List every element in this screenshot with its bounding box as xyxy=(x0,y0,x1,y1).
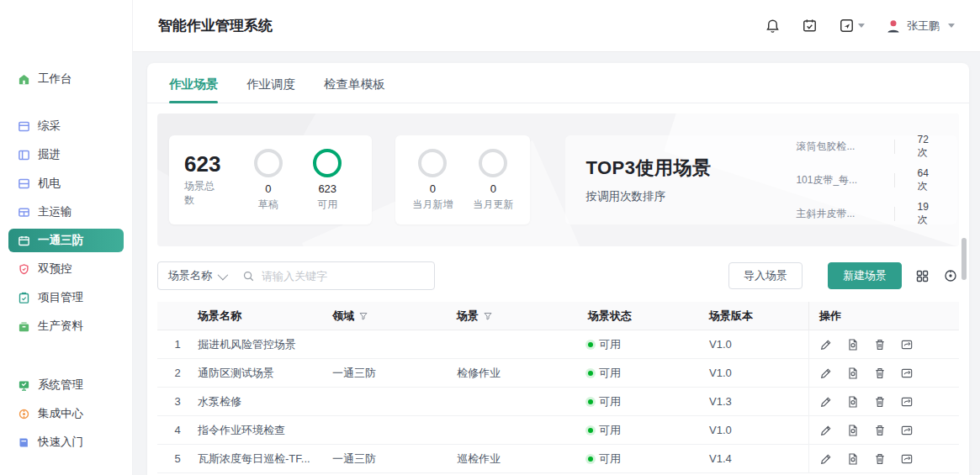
stat-month-updated: 0 当月更新 xyxy=(463,149,523,212)
sidebar-item-quickstart[interactable]: 快速入门 xyxy=(8,430,124,454)
sidebar-item-production[interactable]: 生产资料 xyxy=(8,314,124,338)
delete-icon[interactable] xyxy=(873,337,887,351)
top3-item: 101皮带_每... 64次 xyxy=(796,167,936,193)
import-scene-button[interactable]: 导入场景 xyxy=(728,262,803,289)
edit-icon[interactable] xyxy=(819,423,834,437)
status-dot xyxy=(588,428,593,433)
username: 张王鹏 xyxy=(907,18,940,34)
col-header-actions: 操作 xyxy=(808,302,959,330)
edit-icon[interactable] xyxy=(819,394,834,409)
sidebar-item-label: 一通三防 xyxy=(38,233,83,248)
table-row[interactable]: 5 瓦斯浓度每日巡检-TF... 一通三防 巡检作业 可用 V1.4 xyxy=(157,445,959,473)
export-icon[interactable] xyxy=(900,394,914,409)
tab-work-schedule[interactable]: 作业调度 xyxy=(246,77,295,103)
mining-panel-icon xyxy=(17,119,30,133)
sidebar-item-system[interactable]: 系统管理 xyxy=(8,373,124,397)
monthly-stats-card: 0 当月新增 0 当月更新 xyxy=(395,135,530,224)
available-label: 可用 xyxy=(317,198,337,212)
user-menu[interactable]: 张王鹏 xyxy=(885,18,955,34)
cell-domain: 一通三防 xyxy=(332,451,457,467)
cell-scene-name: 瓦斯浓度每日巡检-TF... xyxy=(198,451,332,467)
delete-icon[interactable] xyxy=(873,394,887,409)
scrollbar-thumb[interactable] xyxy=(961,238,967,280)
available-ring xyxy=(313,149,342,177)
clipboard-icon xyxy=(17,291,30,304)
export-icon[interactable] xyxy=(900,337,914,351)
search-field-select[interactable]: 场景名称 xyxy=(168,268,225,283)
tab-checklist-template[interactable]: 检查单模板 xyxy=(324,77,385,103)
grid-view-icon[interactable] xyxy=(914,267,930,284)
col-header-version: 场景版本 xyxy=(709,309,808,324)
calendar-icon[interactable] xyxy=(802,18,818,34)
settings-gear-icon[interactable] xyxy=(942,267,959,284)
table-row[interactable]: 4 指令作业环境检查 可用 V1.0 xyxy=(157,416,959,445)
stats-banner: 623 场景总数 0 草稿 623 可用 xyxy=(157,113,959,246)
cell-scene: 巡检作业 xyxy=(457,451,588,467)
export-icon[interactable] xyxy=(900,451,914,466)
sidebar-item-label: 双预控 xyxy=(38,261,72,277)
document-icon[interactable] xyxy=(846,394,861,409)
table-row[interactable]: 2 通防区测试场景 一通三防 检修作业 可用 V1.0 xyxy=(157,359,959,388)
main-card: 作业场景 作业调度 检查单模板 623 场景总数 0 xyxy=(147,63,969,475)
top3-item-count: 19次 xyxy=(917,201,936,227)
filter-icon[interactable] xyxy=(483,311,493,321)
draft-label: 草稿 xyxy=(258,198,278,212)
search-input[interactable] xyxy=(262,270,424,282)
sidebar-item-label: 掘进 xyxy=(38,147,61,162)
sidebar-item-integration[interactable]: 集成中心 xyxy=(8,402,124,425)
scene-total-card: 623 场景总数 0 草稿 623 可用 xyxy=(169,135,372,224)
document-icon[interactable] xyxy=(846,451,861,466)
status-label: 可用 xyxy=(599,423,621,438)
notification-bell-icon[interactable] xyxy=(765,18,781,34)
avatar xyxy=(885,18,902,34)
status-label: 可用 xyxy=(599,451,621,467)
sidebar-item-label: 综采 xyxy=(38,119,61,134)
sidebar-item-workbench[interactable]: 工作台 xyxy=(8,67,124,91)
delete-icon[interactable] xyxy=(873,366,887,380)
sidebar-item-ventilation[interactable]: 一通三防 xyxy=(8,229,124,252)
cell-scene: 检修作业 xyxy=(457,366,588,381)
stat-month-new: 0 当月新增 xyxy=(402,149,463,212)
col-header-domain-label: 领域 xyxy=(332,309,354,324)
top3-item-name: 101皮带_每... xyxy=(796,173,895,187)
sidebar-item-project[interactable]: 项目管理 xyxy=(8,286,124,309)
book-icon xyxy=(17,435,30,449)
sidebar-item-label: 生产资料 xyxy=(38,319,83,334)
cell-version: V1.3 xyxy=(709,395,808,408)
sidebar-item-transport[interactable]: 主运输 xyxy=(8,200,124,224)
top3-panel: TOP3使用场景 按调用次数排序 滚筒包胶检... 72次 101皮带_每...… xyxy=(565,135,956,224)
sidebar-item-excavation[interactable]: 掘进 xyxy=(8,143,124,166)
delete-icon[interactable] xyxy=(873,423,887,437)
top3-item-name: 滚筒包胶检... xyxy=(796,140,895,154)
edit-icon[interactable] xyxy=(819,451,834,466)
col-header-status: 场景状态 xyxy=(588,309,709,324)
sidebar-item-dual-control[interactable]: 双预控 xyxy=(8,257,124,281)
edit-icon[interactable] xyxy=(819,337,834,351)
delete-icon[interactable] xyxy=(873,451,887,466)
sidebar-item-electromechanical[interactable]: 机电 xyxy=(8,172,124,195)
cell-scene-name: 水泵检修 xyxy=(198,394,332,409)
cell-version: V1.0 xyxy=(709,338,808,351)
filter-icon[interactable] xyxy=(358,311,368,321)
tab-bar: 作业场景 作业调度 检查单模板 xyxy=(147,63,969,103)
edit-icon[interactable] xyxy=(819,366,834,380)
scene-table: 场景名称 领域 场景 场景状态 场景版本 xyxy=(157,302,959,473)
page-title: 智能作业管理系统 xyxy=(158,16,273,35)
table-row[interactable]: 1 掘进机风险管控场景 可用 V1.0 xyxy=(157,330,959,359)
top3-title: TOP3使用场景 xyxy=(585,156,796,181)
app-launcher-icon[interactable] xyxy=(839,18,865,34)
export-icon[interactable] xyxy=(900,366,914,380)
document-icon[interactable] xyxy=(846,366,861,380)
tab-work-scene[interactable]: 作业场景 xyxy=(169,77,218,103)
document-icon[interactable] xyxy=(846,337,861,351)
document-icon[interactable] xyxy=(846,423,861,437)
table-header-row: 场景名称 领域 场景 场景状态 场景版本 xyxy=(157,302,959,330)
export-icon[interactable] xyxy=(900,423,914,437)
table-row[interactable]: 3 水泵检修 可用 V1.3 xyxy=(157,388,959,416)
chevron-down-icon xyxy=(858,24,865,28)
status-dot xyxy=(588,342,593,347)
sidebar-item-mining[interactable]: 综采 xyxy=(8,114,124,138)
main-area: 智能作业管理系统 张王鹏 作 xyxy=(133,0,980,475)
create-scene-button[interactable]: 新建场景 xyxy=(828,262,902,289)
status-label: 可用 xyxy=(599,337,621,352)
